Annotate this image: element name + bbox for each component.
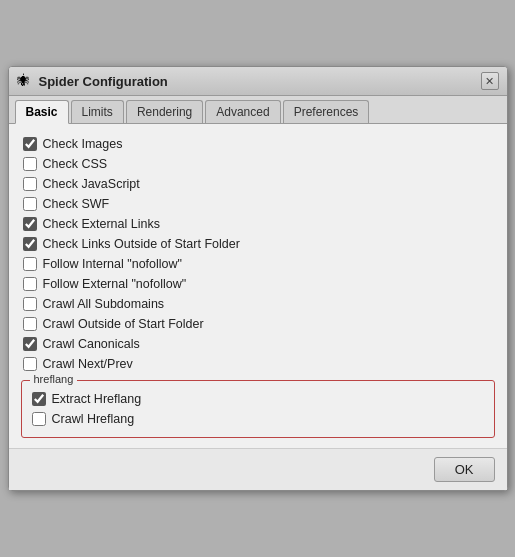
follow-external-nofollow-input[interactable]: [23, 277, 37, 291]
spider-configuration-window: 🕷 Spider Configuration ✕ Basic Limits Re…: [8, 66, 508, 491]
tab-advanced[interactable]: Advanced: [205, 100, 280, 123]
crawl-all-subdomains-input[interactable]: [23, 297, 37, 311]
checkbox-crawl-hreflang: Crawl Hreflang: [30, 409, 486, 429]
check-images-input[interactable]: [23, 137, 37, 151]
content-area: Check Images Check CSS Check JavaScript …: [9, 124, 507, 448]
checkbox-extract-hreflang: Extract Hreflang: [30, 389, 486, 409]
checkbox-check-links-outside: Check Links Outside of Start Folder: [21, 234, 495, 254]
titlebar-left: 🕷 Spider Configuration: [17, 73, 168, 89]
check-external-links-input[interactable]: [23, 217, 37, 231]
checkbox-check-external-links: Check External Links: [21, 214, 495, 234]
checkbox-check-javascript: Check JavaScript: [21, 174, 495, 194]
close-button[interactable]: ✕: [481, 72, 499, 90]
tab-preferences[interactable]: Preferences: [283, 100, 370, 123]
check-javascript-label[interactable]: Check JavaScript: [43, 177, 140, 191]
follow-external-nofollow-label[interactable]: Follow External "nofollow": [43, 277, 187, 291]
checkbox-check-images: Check Images: [21, 134, 495, 154]
extract-hreflang-label[interactable]: Extract Hreflang: [52, 392, 142, 406]
checkbox-follow-external-nofollow: Follow External "nofollow": [21, 274, 495, 294]
check-links-outside-input[interactable]: [23, 237, 37, 251]
window-icon: 🕷: [17, 73, 33, 89]
crawl-canonicals-label[interactable]: Crawl Canonicals: [43, 337, 140, 351]
crawl-next-prev-input[interactable]: [23, 357, 37, 371]
footer: OK: [9, 448, 507, 490]
check-css-label[interactable]: Check CSS: [43, 157, 108, 171]
ok-button[interactable]: OK: [434, 457, 495, 482]
checkbox-crawl-canonicals: Crawl Canonicals: [21, 334, 495, 354]
crawl-outside-start-label[interactable]: Crawl Outside of Start Folder: [43, 317, 204, 331]
crawl-hreflang-label[interactable]: Crawl Hreflang: [52, 412, 135, 426]
hreflang-content: Extract Hreflang Crawl Hreflang: [30, 389, 486, 429]
hreflang-legend: hreflang: [30, 373, 78, 385]
check-swf-label[interactable]: Check SWF: [43, 197, 110, 211]
follow-internal-nofollow-label[interactable]: Follow Internal "nofollow": [43, 257, 183, 271]
crawl-all-subdomains-label[interactable]: Crawl All Subdomains: [43, 297, 165, 311]
crawl-next-prev-label[interactable]: Crawl Next/Prev: [43, 357, 133, 371]
crawl-canonicals-input[interactable]: [23, 337, 37, 351]
crawl-outside-start-input[interactable]: [23, 317, 37, 331]
check-links-outside-label[interactable]: Check Links Outside of Start Folder: [43, 237, 240, 251]
checkbox-crawl-all-subdomains: Crawl All Subdomains: [21, 294, 495, 314]
window-title: Spider Configuration: [39, 74, 168, 89]
tab-limits[interactable]: Limits: [71, 100, 124, 123]
checkbox-crawl-next-prev: Crawl Next/Prev: [21, 354, 495, 374]
hreflang-group: hreflang Extract Hreflang Crawl Hreflang: [21, 380, 495, 438]
crawl-hreflang-input[interactable]: [32, 412, 46, 426]
tab-rendering[interactable]: Rendering: [126, 100, 203, 123]
tab-basic[interactable]: Basic: [15, 100, 69, 124]
checkbox-follow-internal-nofollow: Follow Internal "nofollow": [21, 254, 495, 274]
titlebar: 🕷 Spider Configuration ✕: [9, 67, 507, 96]
checkbox-check-swf: Check SWF: [21, 194, 495, 214]
checkbox-crawl-outside-start: Crawl Outside of Start Folder: [21, 314, 495, 334]
check-swf-input[interactable]: [23, 197, 37, 211]
check-external-links-label[interactable]: Check External Links: [43, 217, 160, 231]
follow-internal-nofollow-input[interactable]: [23, 257, 37, 271]
check-images-label[interactable]: Check Images: [43, 137, 123, 151]
extract-hreflang-input[interactable]: [32, 392, 46, 406]
tab-bar: Basic Limits Rendering Advanced Preferen…: [9, 96, 507, 124]
check-javascript-input[interactable]: [23, 177, 37, 191]
checkbox-check-css: Check CSS: [21, 154, 495, 174]
check-css-input[interactable]: [23, 157, 37, 171]
